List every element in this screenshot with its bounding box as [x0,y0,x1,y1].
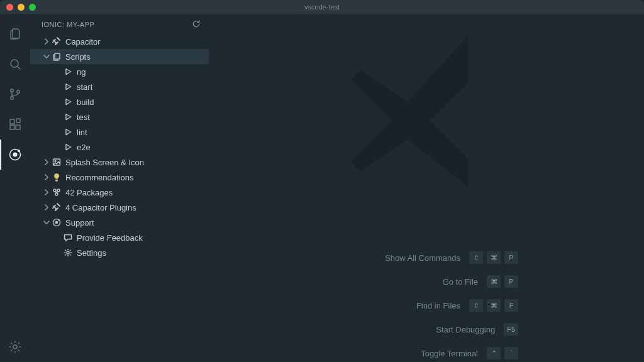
tree-item-scripts[interactable]: Scripts [30,49,209,64]
keycap: ⌘ [487,251,501,264]
tree-item-splash[interactable]: Splash Screen & Icon [30,155,209,170]
copy-icon [52,52,62,62]
tree-label: start [77,82,92,92]
capacitor-icon [52,36,62,47]
chevron-right-icon [42,187,52,197]
editor-area: Show All Commands⇧⌘PGo to File⌘PFind in … [209,14,644,362]
chevron-down-icon [42,217,52,228]
tree-item-script[interactable]: start [30,79,209,94]
shortcut-row: Go to File⌘P [443,275,518,288]
svg-point-20 [58,219,60,221]
ionic-icon [8,147,23,162]
play-icon [63,97,73,107]
refresh-button[interactable] [191,19,201,30]
tree-item-plugins[interactable]: 4 Capacitor Plugins [30,200,209,215]
keycap: ` [504,347,518,359]
titlebar: vscode-test [0,0,644,14]
extensions-activity[interactable] [0,109,30,140]
tree: Capacitor Scripts ngstartbuildtestlinte2… [30,34,209,362]
panel-header: IONIC: MY-APP [30,14,209,34]
keycap: P [504,251,518,264]
tree-item-settings[interactable]: Settings [30,245,209,260]
comment-icon [63,233,73,243]
shortcut-keys: ⇧⌘F [469,299,518,312]
tree-item-script[interactable]: lint [30,124,209,140]
svg-rect-4 [10,119,14,124]
play-icon [63,142,73,152]
search-activity[interactable] [0,49,30,79]
shortcut-keys: ⌃` [487,347,518,359]
chevron-right-icon [42,172,52,182]
shortcut-row: Find in Files⇧⌘F [416,299,518,312]
shortcut-row: Show All Commands⇧⌘P [385,251,518,264]
tree-label: Provide Feedback [77,233,143,243]
tree-item-recommendations[interactable]: Recommendations [30,170,209,185]
explorer-activity[interactable] [0,19,30,49]
play-icon [63,112,73,122]
side-panel: IONIC: MY-APP Capacitor Scripts ngstartb… [30,14,209,362]
tree-item-feedback[interactable]: Provide Feedback [30,230,209,245]
welcome-shortcuts: Show All Commands⇧⌘PGo to File⌘PFind in … [385,251,518,359]
tree-item-support[interactable]: Support [30,215,209,230]
keycap: ⇧ [469,299,483,312]
minimize-window-button[interactable] [18,4,25,11]
window-controls [6,4,36,11]
tree-item-packages[interactable]: 42 Packages [30,185,209,200]
shortcut-row: Toggle Terminal⌃` [421,347,518,359]
source-control-activity[interactable] [0,79,30,109]
tree-label: Settings [77,248,106,258]
shortcut-label: Go to File [443,277,478,287]
tree-label: Scripts [65,52,91,62]
image-icon [52,157,62,167]
keycap: ⌘ [487,299,501,312]
svg-point-14 [55,161,56,162]
shortcut-label: Show All Commands [385,253,460,263]
tree-item-capacitor[interactable]: Capacitor [30,34,209,49]
main-area: IONIC: MY-APP Capacitor Scripts ngstartb… [0,14,644,362]
svg-point-11 [13,345,17,349]
shortcut-label: Start Debugging [436,325,495,334]
capacitor-icon [52,202,62,212]
tree-item-script[interactable]: build [30,94,209,109]
shortcut-label: Toggle Terminal [421,349,478,358]
shortcut-keys: F5 [504,323,518,336]
tree-label: Capacitor [65,37,101,47]
chevron-right-icon [42,36,52,47]
tree-label: test [77,112,90,122]
chevron-down-icon [42,52,52,62]
play-icon [63,82,73,92]
svg-point-10 [18,150,20,152]
tree-label: 42 Packages [65,188,113,197]
tree-item-script[interactable]: e2e [30,140,209,155]
tree-item-script[interactable]: ng [30,64,209,79]
tree-item-script[interactable]: test [30,109,209,124]
gear-icon [8,339,23,354]
chevron-right-icon [42,157,52,167]
manage-activity[interactable] [0,332,30,362]
tree-label: build [77,97,94,107]
close-window-button[interactable] [6,4,13,11]
vscode-logo-icon [332,17,521,206]
ionic-activity[interactable] [0,140,30,170]
keycap: ⌘ [487,275,501,288]
panel-title: IONIC: MY-APP [42,21,94,28]
shortcut-keys: ⌘P [487,275,518,288]
chevron-right-icon [42,202,52,212]
zoom-window-button[interactable] [29,4,36,11]
tree-label: ng [77,67,86,77]
tree-label: Splash Screen & Icon [65,158,144,167]
branch-icon [8,87,23,102]
keycap: ⇧ [469,251,483,264]
extensions-icon [8,117,23,132]
lightbulb-icon [52,172,62,182]
ionic-icon [52,217,62,228]
keycap: P [504,275,518,288]
play-icon [63,67,73,77]
shortcut-label: Find in Files [416,301,460,310]
svg-rect-7 [16,119,20,123]
window-title: vscode-test [0,3,644,11]
keycap: ⌃ [487,347,501,359]
search-icon [8,57,23,72]
tree-label: Recommendations [65,173,133,182]
svg-point-19 [55,221,58,224]
